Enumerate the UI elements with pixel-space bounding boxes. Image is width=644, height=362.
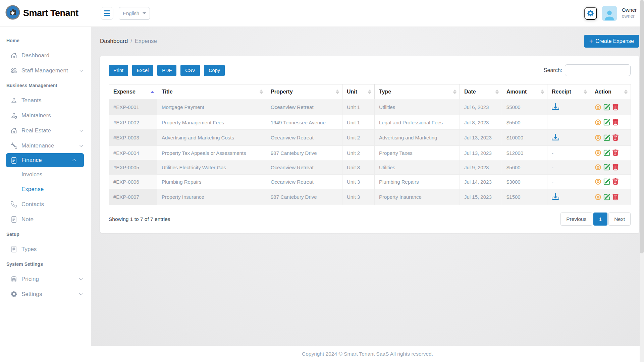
export-print-button[interactable]: Print: [109, 65, 128, 76]
sidebar-item-staff-management[interactable]: Staff Management: [0, 63, 91, 78]
cell-property: Oceanview Retreat: [266, 130, 342, 146]
column-header-date[interactable]: Date: [460, 84, 502, 99]
view-expense-button[interactable]: [595, 149, 601, 156]
sidebar-item-contacts[interactable]: Contacts: [0, 197, 91, 212]
column-header-property[interactable]: Property: [266, 84, 342, 99]
plus-icon: +: [589, 39, 593, 44]
delete-expense-button[interactable]: [612, 178, 619, 185]
delete-icon: [612, 104, 619, 111]
sidebar-item-label: Tenants: [21, 97, 42, 104]
search-input[interactable]: [565, 64, 631, 76]
column-header-unit[interactable]: Unit: [342, 84, 375, 99]
export-copy-button[interactable]: Copy: [204, 65, 225, 76]
export-excel-button[interactable]: Excel: [132, 65, 153, 76]
cell-date: Jul 14, 2023: [460, 175, 502, 189]
sidebar-item-note[interactable]: Note: [0, 212, 91, 227]
delete-icon: [612, 194, 619, 200]
edit-expense-button[interactable]: [603, 164, 610, 171]
column-header-receipt[interactable]: Receipt: [547, 84, 590, 99]
language-select[interactable]: English: [119, 7, 150, 20]
edit-icon: [603, 119, 610, 126]
edit-expense-button[interactable]: [603, 119, 610, 126]
edit-expense-button[interactable]: [603, 134, 610, 141]
cell-expense-id: #EXP-0003: [109, 130, 157, 146]
sort-asc-icon: [151, 91, 154, 93]
sort-icon: [541, 89, 544, 94]
pagination: Previous 1 Next: [560, 213, 631, 226]
user-avatar[interactable]: [602, 6, 617, 21]
sidebar-subitem-invoices[interactable]: Invoices: [0, 167, 91, 182]
no-receipt-placeholder: -: [552, 150, 553, 156]
chevron-up-icon: [72, 158, 76, 163]
pagination-page-1-button[interactable]: 1: [593, 213, 608, 226]
nav-section-system-settings: System Settings: [0, 257, 91, 272]
delete-icon: [612, 178, 619, 185]
cell-receipt: -: [547, 175, 590, 189]
edit-icon: [603, 104, 610, 111]
delete-expense-button[interactable]: [612, 149, 619, 156]
sidebar-item-settings[interactable]: Settings: [0, 287, 91, 302]
export-csv-button[interactable]: CSV: [180, 65, 200, 76]
delete-expense-button[interactable]: [612, 119, 619, 126]
sidebar-toggle-button[interactable]: [101, 7, 113, 20]
edit-expense-button[interactable]: [603, 194, 610, 200]
sidebar-item-tenants[interactable]: Tenants: [0, 93, 91, 108]
delete-expense-button[interactable]: [612, 194, 619, 200]
delete-icon: [612, 164, 619, 171]
cell-title: Utilities Electricity Water Gas: [157, 160, 266, 175]
pagination-previous-button[interactable]: Previous: [560, 213, 592, 226]
column-header-expense[interactable]: Expense: [109, 84, 157, 99]
view-expense-button[interactable]: [595, 194, 601, 200]
person-check-icon: [10, 112, 17, 119]
sidebar-item-maintenance[interactable]: Maintenance: [0, 138, 91, 153]
cell-unit: Unit 3: [342, 175, 375, 189]
view-expense-button[interactable]: [595, 134, 601, 141]
cell-receipt: -: [547, 115, 590, 130]
column-header-type[interactable]: Type: [375, 84, 460, 99]
create-expense-button[interactable]: + Create Expense: [584, 35, 639, 48]
topbar: English Owner owner: [91, 0, 644, 26]
edit-expense-button[interactable]: [603, 104, 610, 111]
cell-actions: [590, 160, 631, 175]
view-expense-button[interactable]: [595, 178, 601, 185]
brand[interactable]: Smart Tenant: [0, 0, 91, 26]
delete-expense-button[interactable]: [612, 104, 619, 111]
download-receipt-button[interactable]: [552, 193, 559, 200]
delete-expense-button[interactable]: [612, 164, 619, 171]
people-icon: [10, 67, 17, 74]
sidebar-item-pricing[interactable]: Pricing: [0, 272, 91, 287]
breadcrumb-dashboard-link[interactable]: Dashboard: [100, 38, 128, 45]
cell-amount: $12000: [502, 146, 547, 160]
column-header-action[interactable]: Action: [590, 84, 631, 99]
delete-icon: [612, 119, 619, 126]
view-expense-button[interactable]: [595, 164, 601, 171]
sidebar-item-maintainers[interactable]: Maintainers: [0, 108, 91, 123]
scrollbar-thumb[interactable]: [640, 0, 644, 253]
view-expense-button[interactable]: [595, 119, 601, 126]
column-header-amount[interactable]: Amount: [502, 84, 547, 99]
download-receipt-button[interactable]: [552, 133, 559, 141]
hamburger-icon: [104, 10, 110, 16]
sidebar-subitem-expense[interactable]: Expense: [0, 182, 91, 197]
cell-actions: [590, 130, 631, 146]
settings-button[interactable]: [584, 7, 597, 20]
edit-expense-button[interactable]: [603, 178, 610, 185]
sidebar-item-finance[interactable]: Finance: [6, 153, 84, 167]
sidebar-item-real-estate[interactable]: Real Estate: [0, 123, 91, 138]
sidebar-item-types[interactable]: Types: [0, 242, 91, 257]
delete-expense-button[interactable]: [612, 134, 619, 141]
sidebar-item-label: Note: [21, 216, 34, 223]
vertical-scrollbar[interactable]: [640, 0, 644, 362]
column-header-title[interactable]: Title: [157, 84, 266, 99]
user-meta[interactable]: Owner owner: [622, 7, 639, 19]
download-receipt-button[interactable]: [552, 103, 559, 110]
cell-expense-id: #EXP-0006: [109, 175, 157, 189]
pagination-next-button[interactable]: Next: [608, 213, 631, 226]
export-pdf-button[interactable]: PDF: [157, 65, 176, 76]
view-icon: [595, 149, 601, 156]
sort-icon: [336, 89, 339, 94]
view-expense-button[interactable]: [595, 104, 601, 111]
edit-expense-button[interactable]: [603, 149, 610, 156]
gear-icon: [587, 10, 594, 16]
sidebar-item-dashboard[interactable]: Dashboard: [0, 48, 91, 63]
